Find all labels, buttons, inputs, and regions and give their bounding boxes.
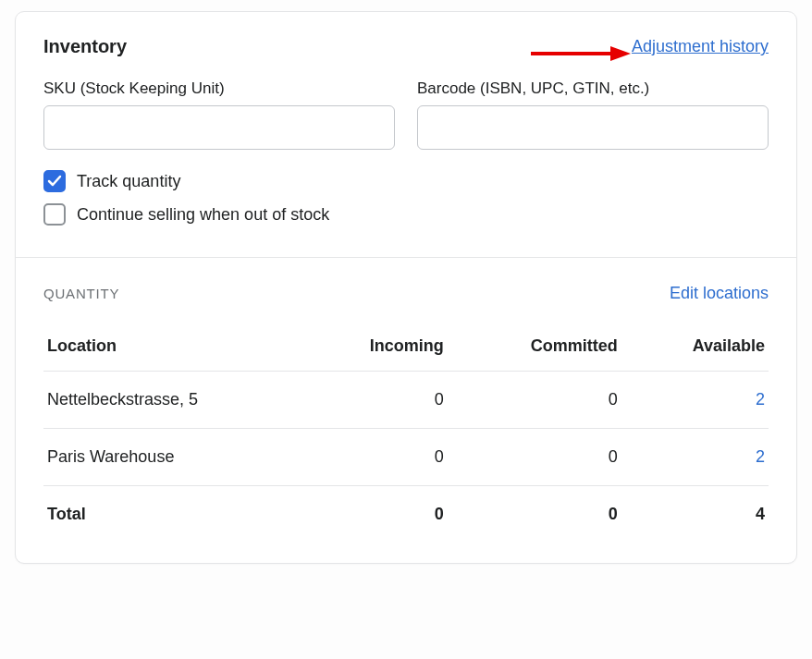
cell-location: Paris Warehouse — [43, 429, 297, 486]
continue-selling-label: Continue selling when out of stock — [77, 205, 329, 225]
quantity-section: QUANTITY Edit locations Location Incomin… — [16, 257, 796, 563]
edit-locations-link[interactable]: Edit locations — [670, 284, 769, 303]
cell-incoming: 0 — [297, 429, 447, 486]
section-title: Inventory — [43, 36, 127, 57]
adjustment-history-link[interactable]: Adjustment history — [632, 37, 769, 56]
table-total-row: Total 0 0 4 — [43, 486, 769, 543]
total-label: Total — [43, 486, 297, 543]
barcode-input[interactable] — [417, 105, 769, 150]
table-row: Paris Warehouse 0 0 2 — [43, 429, 769, 486]
total-available: 4 — [621, 486, 769, 543]
cell-committed: 0 — [448, 372, 621, 429]
col-committed: Committed — [448, 331, 621, 372]
check-icon — [47, 174, 62, 189]
col-incoming: Incoming — [297, 331, 447, 372]
inventory-section: Inventory Adjustment history SKU (Stock … — [16, 12, 796, 257]
cell-location: Nettelbeckstrasse, 5 — [43, 372, 297, 429]
quantity-heading: QUANTITY — [43, 286, 119, 301]
col-available: Available — [621, 331, 769, 372]
total-committed: 0 — [448, 486, 621, 543]
continue-selling-checkbox[interactable] — [43, 203, 66, 226]
table-row: Nettelbeckstrasse, 5 0 0 2 — [43, 372, 769, 429]
cell-incoming: 0 — [297, 372, 447, 429]
available-value-link[interactable]: 2 — [756, 447, 765, 466]
track-quantity-checkbox[interactable] — [43, 170, 66, 192]
track-quantity-label: Track quantity — [77, 172, 180, 191]
quantity-table: Location Incoming Committed Available Ne… — [43, 331, 769, 543]
sku-label: SKU (Stock Keeping Unit) — [43, 79, 395, 98]
cell-committed: 0 — [448, 429, 621, 486]
col-location: Location — [43, 331, 297, 372]
total-incoming: 0 — [297, 486, 447, 543]
barcode-label: Barcode (ISBN, UPC, GTIN, etc.) — [417, 79, 769, 98]
available-value-link[interactable]: 2 — [756, 390, 765, 409]
sku-input[interactable] — [43, 105, 395, 150]
inventory-card: Inventory Adjustment history SKU (Stock … — [15, 11, 797, 564]
